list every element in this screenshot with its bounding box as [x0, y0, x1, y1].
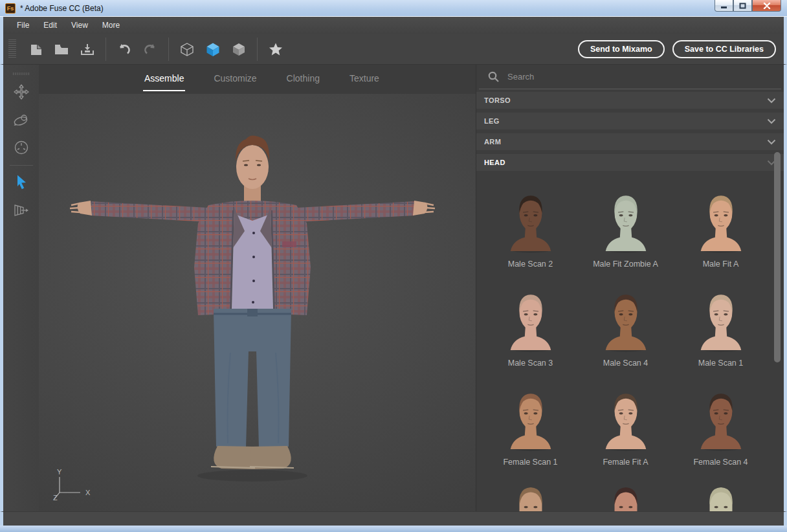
- head-thumbnail[interactable]: [673, 480, 768, 511]
- axis-y-label: Y: [57, 468, 62, 476]
- head-thumbnail[interactable]: [483, 480, 578, 511]
- search-bar: [479, 65, 781, 89]
- shaded-cube-icon: [231, 41, 247, 57]
- menu-item[interactable]: File: [10, 17, 36, 33]
- head-thumbnail[interactable]: Male Fit A: [673, 188, 768, 269]
- select-tool-button[interactable]: [8, 172, 34, 194]
- new-document-icon: [28, 42, 43, 56]
- redo-button[interactable]: [137, 38, 163, 61]
- star-icon: [268, 41, 283, 57]
- new-document-button[interactable]: [23, 38, 49, 61]
- viewport-canvas[interactable]: Y X Z: [39, 94, 476, 511]
- panel-scrollbar-thumb[interactable]: [774, 152, 781, 362]
- head-thumbnail[interactable]: Male Scan 1: [673, 287, 768, 368]
- toolbar-grip[interactable]: [8, 39, 16, 59]
- import-character-button[interactable]: [74, 38, 100, 61]
- view-wireframe-button[interactable]: [174, 38, 200, 61]
- undo-icon: [116, 42, 132, 56]
- menu-item[interactable]: More: [95, 17, 127, 33]
- main-area: AssembleCustomizeClothingTexture: [0, 65, 787, 511]
- axis-indicator: Y X Z: [52, 468, 104, 502]
- minimize-icon: [720, 3, 727, 8]
- maximize-button[interactable]: [733, 0, 752, 12]
- menu-item[interactable]: View: [64, 17, 95, 33]
- search-input[interactable]: [506, 71, 777, 82]
- head-bust-image: [691, 287, 751, 353]
- mode-tab[interactable]: Clothing: [287, 73, 320, 86]
- send-to-mixamo-button[interactable]: Send to Mixamo: [578, 40, 665, 58]
- minimize-button[interactable]: [715, 0, 733, 12]
- head-bust-image: [501, 386, 560, 452]
- head-bust-image: [691, 480, 751, 511]
- main-toolbar: Send to Mixamo Save to CC Libraries: [0, 34, 787, 65]
- head-name-label: Female Scan 4: [693, 458, 748, 467]
- open-folder-icon: [54, 42, 69, 56]
- maximize-icon: [739, 3, 746, 9]
- head-bust-image: [501, 188, 560, 254]
- view-textured-button[interactable]: [200, 38, 226, 61]
- head-thumbnail[interactable]: Female Scan 4: [673, 386, 768, 467]
- frustum-icon: [12, 202, 30, 219]
- sidebar-grip[interactable]: [13, 72, 30, 75]
- mode-tab[interactable]: Assemble: [144, 73, 184, 86]
- frustum-tool-button[interactable]: [8, 199, 34, 221]
- head-thumbnails-grid: Male Scan 2: [476, 175, 784, 467]
- chevron-down-icon: [767, 139, 776, 145]
- close-button[interactable]: [752, 0, 781, 12]
- orbit-tool-button[interactable]: [8, 109, 34, 131]
- head-name-label: Male Scan 3: [508, 359, 553, 368]
- window-frame-bottom: [0, 526, 787, 532]
- titlebar[interactable]: Fs * Adobe Fuse CC (Beta): [0, 0, 787, 17]
- category-section-header[interactable]: ARM: [476, 133, 784, 150]
- head-bust-image: [501, 287, 560, 353]
- search-icon: [488, 71, 499, 82]
- close-icon: [763, 3, 771, 9]
- open-file-button[interactable]: [49, 38, 74, 61]
- head-bust-image: [596, 480, 656, 511]
- axis-z-label: Z: [53, 494, 58, 502]
- head-bust-image: [691, 188, 751, 254]
- chevron-down-icon: [767, 118, 776, 124]
- head-bust-image: [596, 188, 656, 254]
- head-thumbnail[interactable]: Male Scan 4: [578, 287, 673, 368]
- head-name-label: Male Scan 2: [508, 260, 553, 269]
- select-cursor-icon-active: [14, 174, 29, 191]
- head-bust-image: [596, 287, 656, 353]
- head-name-label: Male Scan 4: [603, 359, 648, 368]
- window-title: * Adobe Fuse CC (Beta): [20, 4, 104, 13]
- head-thumbnail[interactable]: Male Fit Zombie A: [578, 188, 673, 269]
- toolbar-separator: [168, 38, 169, 61]
- head-thumbnail[interactable]: Male Scan 3: [483, 287, 578, 368]
- head-name-label: Female Scan 1: [503, 458, 557, 467]
- category-section-header[interactable]: HEAD: [476, 154, 784, 171]
- save-to-cc-libraries-button[interactable]: Save to CC Libraries: [672, 40, 776, 58]
- category-section-header[interactable]: LEG: [476, 113, 784, 129]
- undo-button[interactable]: [111, 38, 137, 61]
- mode-tab[interactable]: Texture: [349, 73, 379, 86]
- dolly-tool-button[interactable]: [8, 137, 34, 159]
- head-bust-image: [501, 480, 560, 511]
- section-label: TORSO: [484, 96, 511, 104]
- favorites-button[interactable]: [263, 38, 289, 61]
- character-model[interactable]: [39, 94, 476, 511]
- head-thumbnail[interactable]: Female Scan 1: [483, 386, 578, 467]
- section-label: HEAD: [484, 159, 505, 166]
- head-thumbnail[interactable]: Male Scan 2: [483, 188, 578, 269]
- toolbar-separator: [257, 38, 258, 61]
- tool-sidebar: [3, 65, 39, 511]
- head-name-label: Male Scan 1: [698, 359, 743, 368]
- app-icon: Fs: [5, 3, 16, 14]
- menu-item[interactable]: Edit: [36, 17, 64, 33]
- head-name-label: Male Fit A: [703, 260, 739, 269]
- section-label: LEG: [484, 117, 500, 125]
- mode-tab[interactable]: Customize: [214, 73, 256, 86]
- menu-bar: FileEditViewMore: [0, 17, 787, 34]
- chevron-down-icon: [767, 98, 776, 104]
- category-sections: TORSO LEG ARM: [476, 92, 784, 171]
- head-thumbnail[interactable]: Female Fit A: [578, 386, 673, 467]
- category-section-header[interactable]: TORSO: [476, 92, 784, 109]
- head-thumbnail[interactable]: [578, 480, 673, 511]
- view-shaded-button[interactable]: [226, 38, 252, 61]
- pan-tool-button[interactable]: [8, 81, 34, 103]
- pan-move-icon: [13, 83, 30, 100]
